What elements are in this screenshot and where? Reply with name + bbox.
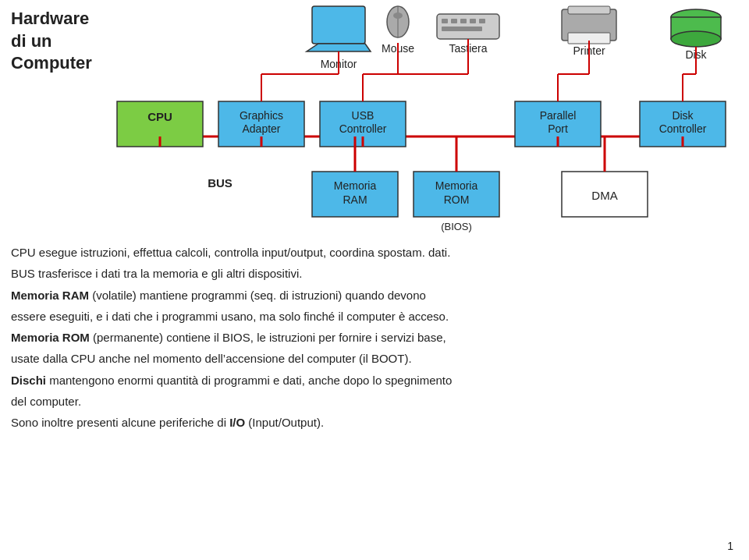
paragraph-disk2: del computer.: [11, 392, 737, 410]
svg-rect-10: [479, 19, 485, 23]
usb-label: USB: [352, 109, 374, 122]
page-title: Hardware di un Computer: [11, 8, 92, 75]
disk-ctrl-label: Disk: [672, 109, 694, 122]
cpu-box-label: CPU: [147, 110, 172, 123]
dma-label: DMA: [591, 189, 617, 202]
paragraph-bus: BUS trasferisce i dati tra la memoria e …: [11, 264, 737, 282]
memoria-rom-label: Memoria: [435, 179, 478, 192]
paragraph-ram: Memoria RAM (volatile) mantiene programm…: [11, 286, 737, 304]
title-line1: Hardware: [11, 9, 89, 28]
parallel-label: Parallel: [540, 109, 577, 122]
page: Hardware di un Computer Monitor Mouse: [0, 0, 749, 560]
bus-label: BUS: [208, 176, 233, 190]
svg-text:ROM: ROM: [444, 193, 470, 206]
paragraph-disk: Dischi mantengono enormi quantità di pro…: [11, 371, 737, 389]
text-block: CPU esegue istruzioni, effettua calcoli,…: [11, 243, 737, 434]
svg-point-4: [393, 12, 403, 19]
memoria-ram-label: Memoria: [334, 179, 377, 192]
svg-rect-14: [568, 6, 610, 14]
svg-rect-11: [442, 27, 482, 31]
graphics-label: Graphics: [240, 109, 283, 122]
paragraph-rom: Memoria ROM (permanente) contiene il BIO…: [11, 328, 737, 346]
hardware-diagram: Monitor Mouse Tastiera Printer: [101, 0, 741, 242]
svg-text:Adapter: Adapter: [242, 122, 280, 135]
paragraph-cpu: CPU esegue istruzioni, effettua calcoli,…: [11, 243, 737, 261]
title-line2: di un: [11, 31, 52, 51]
svg-text:Controller: Controller: [339, 122, 387, 135]
paragraph-rom2: usate dalla CPU anche nel momento dell’a…: [11, 349, 737, 367]
paragraph-ram2: essere eseguiti, e i dati che i programm…: [11, 307, 737, 325]
svg-rect-0: [312, 6, 365, 44]
svg-rect-7: [451, 19, 457, 23]
svg-text:Controller: Controller: [659, 122, 707, 135]
page-number: 1: [727, 540, 733, 552]
bios-label: (BIOS): [441, 221, 472, 232]
svg-rect-6: [442, 19, 448, 23]
diagram-svg: Monitor Mouse Tastiera Printer: [101, 0, 741, 242]
svg-rect-9: [470, 19, 476, 23]
svg-text:RAM: RAM: [343, 193, 367, 206]
svg-point-18: [671, 31, 721, 47]
svg-rect-8: [460, 19, 467, 23]
paragraph-io: Sono inoltre presenti alcune periferiche…: [11, 413, 737, 431]
svg-marker-1: [307, 44, 371, 51]
title-line3: Computer: [11, 53, 92, 73]
svg-text:Port: Port: [548, 122, 568, 135]
